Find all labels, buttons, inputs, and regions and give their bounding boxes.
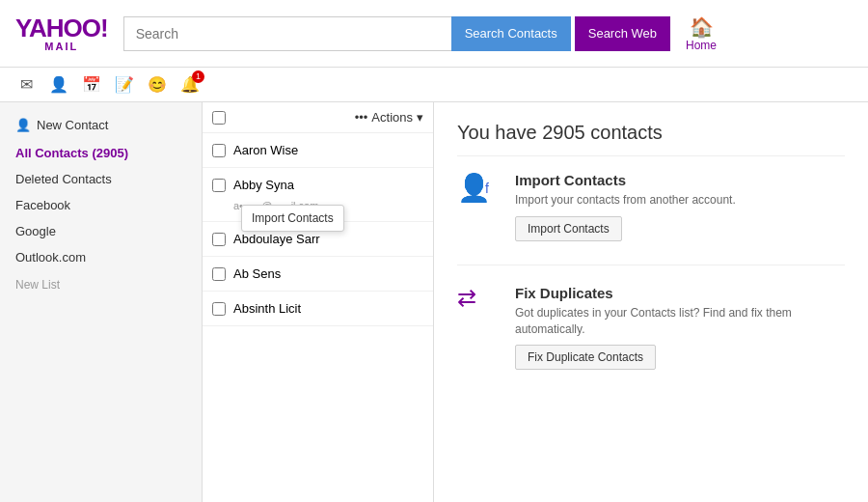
import-contacts-button[interactable]: Import Contacts bbox=[515, 216, 622, 241]
contacts-scroll[interactable]: Aaron Wise Abby Syna a••••••@•••••il.com… bbox=[203, 133, 433, 502]
list-item: Ab Sens bbox=[203, 257, 433, 292]
fix-duplicates-icon-group: ⇄ bbox=[457, 285, 502, 312]
yahoo-logo: YAHOO! bbox=[15, 15, 108, 41]
nav-icons-bar: ✉ 👤 📅 📝 😊 🔔 1 bbox=[0, 68, 868, 102]
actions-button[interactable]: ••• Actions ▾ bbox=[355, 110, 423, 125]
header: YAHOO! MAIL Search Contacts Search Web 🏠… bbox=[0, 0, 868, 68]
contact-checkbox[interactable] bbox=[212, 144, 226, 157]
emoji-icon[interactable]: 😊 bbox=[147, 74, 168, 96]
sidebar: 👤 New Contact All Contacts (2905) Delete… bbox=[0, 102, 203, 502]
sidebar-item-google[interactable]: Google bbox=[0, 218, 202, 244]
notes-icon[interactable]: 📝 bbox=[114, 74, 135, 96]
notification-badge: 1 bbox=[192, 70, 204, 83]
section-divider bbox=[457, 265, 845, 265]
fix-duplicate-contacts-button[interactable]: Fix Duplicate Contacts bbox=[515, 345, 656, 370]
import-contacts-icon-group: 👤 f bbox=[457, 172, 502, 204]
home-icon: 🏠 bbox=[690, 15, 714, 39]
contact-list-toolbar: ••• Actions ▾ bbox=[203, 102, 433, 133]
new-contact-label: New Contact bbox=[37, 118, 108, 132]
sidebar-item-outlook[interactable]: Outlook.com bbox=[0, 244, 202, 270]
sidebar-item-facebook[interactable]: Facebook bbox=[0, 192, 202, 218]
calendar-icon[interactable]: 📅 bbox=[81, 74, 102, 96]
actions-label: Actions bbox=[371, 110, 413, 125]
list-item: Aaron Wise bbox=[203, 133, 433, 168]
search-area: Search Contacts Search Web 🏠 Home bbox=[123, 15, 853, 52]
contact-name: Absinth Licit bbox=[233, 301, 301, 316]
facebook-icon: f bbox=[485, 181, 489, 196]
fix-duplicates-title: Fix Duplicates bbox=[515, 285, 845, 301]
duplicate-icon: ⇄ bbox=[457, 285, 476, 312]
actions-dots-icon: ••• bbox=[355, 110, 368, 125]
contact-checkbox[interactable] bbox=[212, 179, 226, 192]
contact-list-panel: ••• Actions ▾ Aaron Wise Abby Syna a••••… bbox=[203, 102, 434, 502]
new-list-label[interactable]: New List bbox=[0, 270, 202, 299]
logo-area: YAHOO! MAIL bbox=[15, 15, 108, 52]
list-item: Absinth Licit bbox=[203, 292, 433, 326]
fix-duplicates-content: Fix Duplicates Got duplicates in your Co… bbox=[515, 285, 845, 371]
new-contact-button[interactable]: 👤 New Contact bbox=[0, 110, 202, 140]
search-web-button[interactable]: Search Web bbox=[575, 16, 670, 51]
fix-duplicates-desc: Got duplicates in your Contacts list? Fi… bbox=[515, 305, 845, 338]
select-all-checkbox[interactable] bbox=[212, 111, 226, 125]
home-button[interactable]: 🏠 Home bbox=[686, 15, 717, 52]
contact-checkbox[interactable] bbox=[212, 233, 226, 246]
search-input[interactable] bbox=[123, 16, 451, 51]
mail-icon[interactable]: ✉ bbox=[15, 74, 37, 96]
contact-name: Aaron Wise bbox=[233, 143, 298, 157]
contact-name: Abdoulaye Sarr bbox=[233, 232, 320, 246]
contact-checkbox[interactable] bbox=[212, 267, 226, 281]
contact-name: Ab Sens bbox=[233, 266, 281, 281]
main-content: 👤 New Contact All Contacts (2905) Delete… bbox=[0, 102, 868, 502]
import-contacts-card: 👤 f Import Contacts Import your contacts… bbox=[457, 172, 845, 241]
fix-duplicates-card: ⇄ Fix Duplicates Got duplicates in your … bbox=[457, 285, 845, 371]
contact-name: Abby Syna bbox=[233, 178, 294, 192]
import-contacts-content: Import Contacts Import your contacts fro… bbox=[515, 172, 736, 241]
import-contacts-title: Import Contacts bbox=[515, 172, 736, 188]
sidebar-item-all-contacts[interactable]: All Contacts (2905) bbox=[0, 140, 202, 166]
contact-checkbox[interactable] bbox=[212, 302, 226, 316]
mail-label: MAIL bbox=[44, 41, 78, 52]
list-item: Abby Syna a••••••@•••••il.com Import Con… bbox=[203, 168, 433, 222]
home-label: Home bbox=[686, 39, 717, 52]
notifications-icon[interactable]: 🔔 1 bbox=[179, 74, 201, 96]
import-contacts-tooltip: Import Contacts bbox=[241, 205, 344, 232]
sidebar-item-deleted-contacts[interactable]: Deleted Contacts bbox=[0, 166, 202, 192]
new-contact-icon: 👤 bbox=[15, 118, 31, 132]
actions-chevron-icon: ▾ bbox=[417, 110, 423, 125]
right-panel: You have 2905 contacts 👤 f Import Contac… bbox=[434, 102, 868, 502]
contacts-count-heading: You have 2905 contacts bbox=[457, 122, 845, 156]
import-contacts-desc: Import your contacts from another accoun… bbox=[515, 192, 736, 209]
search-contacts-button[interactable]: Search Contacts bbox=[451, 16, 571, 51]
contacts-icon[interactable]: 👤 bbox=[48, 74, 69, 96]
